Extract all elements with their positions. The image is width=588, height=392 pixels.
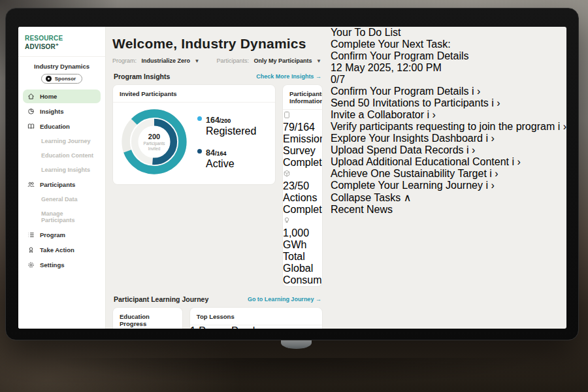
page-title: Welcome, Industry Dynamics — [112, 36, 323, 52]
task-row[interactable]: Invite a Collaborator i › — [331, 109, 566, 121]
legend-dot-active — [197, 149, 202, 154]
task-row[interactable]: Confirm Your Program Details i › — [331, 86, 566, 97]
info-icon: i — [485, 180, 488, 191]
brand-logo: RESOURCE ADVISOR+ — [18, 27, 105, 57]
check-more-insights-link[interactable]: Check More Insights → — [256, 73, 321, 80]
todo-progress-value: 0/7 — [331, 74, 345, 85]
section-title: Program Insights — [114, 73, 170, 80]
invited-count: 200 — [148, 133, 160, 140]
emission-survey-label: Emission Survey Completed — [283, 133, 322, 169]
sidebar-item-label: Learning Journey — [41, 138, 91, 144]
chevron-right-icon[interactable]: › — [433, 109, 436, 120]
lesson-link[interactable]: Power Purchase Agreements 101 — [190, 325, 276, 329]
recent-news-card: Recent News — [331, 204, 566, 216]
link-label: Go to Learning Journey — [248, 296, 314, 302]
survey-icon — [283, 110, 322, 122]
participants-filter[interactable]: Participants: Only My Participants ▼ — [216, 57, 321, 64]
chevron-right-icon[interactable]: › — [517, 156, 520, 167]
desk-shadow — [39, 358, 549, 392]
consumption-label: Total Global Consumption — [283, 251, 322, 286]
lightbulb-icon — [283, 216, 322, 227]
chevron-down-icon: ▼ — [316, 58, 321, 64]
participants-filter-label: Participants: — [216, 57, 249, 64]
task-label: Achieve One Sustainability Target — [331, 168, 487, 179]
chevron-right-icon[interactable]: › — [472, 144, 475, 155]
task-row[interactable]: Verify participants requesting to join t… — [331, 121, 566, 133]
invited-donut-chart: 200 Participants Invited — [120, 107, 189, 176]
chevron-right-icon[interactable]: › — [477, 86, 480, 97]
sidebar-item-insights[interactable]: Insights — [23, 105, 101, 118]
registered-label: Registered — [206, 125, 256, 137]
sidebar-item-label: Education — [40, 123, 70, 130]
sidebar-item-education-content[interactable]: Education Content — [23, 149, 101, 162]
sidebar-item-label: Participants — [40, 181, 75, 188]
gear-icon — [27, 261, 35, 269]
todo-task-list: Confirm Your Program Details i › Send 50… — [331, 86, 566, 204]
chevron-right-icon[interactable]: › — [563, 121, 566, 132]
learning-journey-header: Participant Learning Journey Go to Learn… — [114, 295, 321, 303]
active-total: /164 — [215, 150, 227, 157]
sponsor-badge-label: Sponsor — [55, 76, 76, 82]
sidebar-item-manage-participants[interactable]: Manage Participants — [23, 207, 101, 227]
task-row[interactable]: Complete Your Learning Journey i › — [331, 180, 566, 191]
task-row[interactable]: Explore Your Insights Dashboard i › — [331, 133, 566, 144]
sidebar-item-learning-journey[interactable]: Learning Journey — [23, 135, 101, 148]
go-to-learning-journey-link[interactable]: Go to Learning Journey → — [248, 296, 321, 302]
todo-title: Your To Do List — [331, 27, 566, 39]
sidebar-item-learning-insights[interactable]: Learning Insights — [23, 163, 101, 176]
chevron-right-icon[interactable]: › — [497, 97, 500, 108]
registered-total: /200 — [220, 118, 231, 124]
participants-information-card: Participants Information 79/164 Emission… — [282, 84, 323, 287]
sidebar-item-home[interactable]: Home — [23, 90, 101, 103]
donut-center-label: 200 Participants Invited — [120, 107, 189, 176]
sidebar-item-education[interactable]: Education — [23, 120, 101, 133]
link-label: Check More Insights — [256, 73, 314, 80]
info-icon: i — [427, 109, 430, 120]
actions-completed-label: Actions Completed — [283, 192, 322, 216]
info-icon: i — [491, 97, 494, 108]
sponsor-icon — [46, 76, 52, 82]
task-label: Upload Additional Educational Content — [331, 156, 509, 167]
sidebar-item-program[interactable]: Program — [23, 228, 101, 242]
sidebar-item-participants[interactable]: Participants — [23, 178, 101, 191]
program-insights-header: Program Insights Check More Insights → — [114, 73, 321, 80]
participants-icon — [27, 181, 35, 188]
legend-active: 84/164 Active — [197, 146, 256, 170]
task-row[interactable]: Achieve One Sustainability Target i › — [331, 168, 566, 180]
todo-progress-ring: 0/7 — [331, 74, 566, 86]
collapse-tasks-label: Collapse Tasks — [331, 192, 400, 203]
registered-value: 164 — [206, 116, 220, 125]
lesson-rank: 1 — [190, 325, 196, 329]
program-filter[interactable]: Program: Industrialize Zero ▼ — [112, 57, 199, 64]
todo-subtitle: Complete Your Next Task: — [331, 39, 566, 50]
org-name: Industry Dynamics — [18, 63, 105, 70]
recent-news-title: Recent News — [331, 204, 566, 216]
task-row[interactable]: Send 50 Invitations to Participants i › — [331, 97, 566, 109]
task-row[interactable]: Upload Spend Data Records i › — [331, 144, 566, 156]
chevron-right-icon[interactable]: › — [491, 180, 494, 191]
chevron-right-icon[interactable]: › — [495, 168, 498, 179]
participants-information-body: 79/164 Emission Survey Completed 23/50 A… — [283, 110, 322, 286]
actions-icon — [283, 169, 322, 180]
invited-participants-card: Invited Participants 200 Participants In… — [112, 84, 276, 185]
chevron-right-icon[interactable]: › — [491, 133, 494, 144]
sidebar-item-general-data[interactable]: General Data — [23, 193, 101, 206]
top-lessons-list: 1 Power Purchase Agreements 101 1000 vie… — [190, 325, 322, 329]
active-label: Active — [206, 158, 235, 170]
collapse-tasks-link[interactable]: Collapse Tasks ∧ — [331, 191, 566, 204]
task-row[interactable]: Upload Additional Educational Content i … — [331, 156, 566, 168]
task-label: Upload Spend Data Records — [331, 144, 464, 155]
education-progress-card: Education Progress 150 Participants 60% — [112, 307, 183, 329]
brand-primary: RESOURCE — [25, 35, 63, 42]
info-icon: i — [485, 133, 488, 144]
sidebar-item-label: Settings — [40, 261, 64, 269]
sidebar-item-label: Insights — [40, 108, 63, 115]
sidebar-item-label: Take Action — [40, 246, 74, 253]
task-label: Explore Your Insights Dashboard — [331, 133, 483, 144]
info-icon: i — [558, 121, 561, 132]
task-label: Verify participants requesting to join t… — [331, 121, 555, 132]
invited-count-label: Participants Invited — [137, 141, 171, 152]
lesson-row[interactable]: 1 Power Purchase Agreements 101 1000 vie… — [190, 325, 322, 329]
sidebar-item-settings[interactable]: Settings — [23, 258, 101, 272]
sidebar-item-take-action[interactable]: Take Action — [23, 243, 101, 257]
